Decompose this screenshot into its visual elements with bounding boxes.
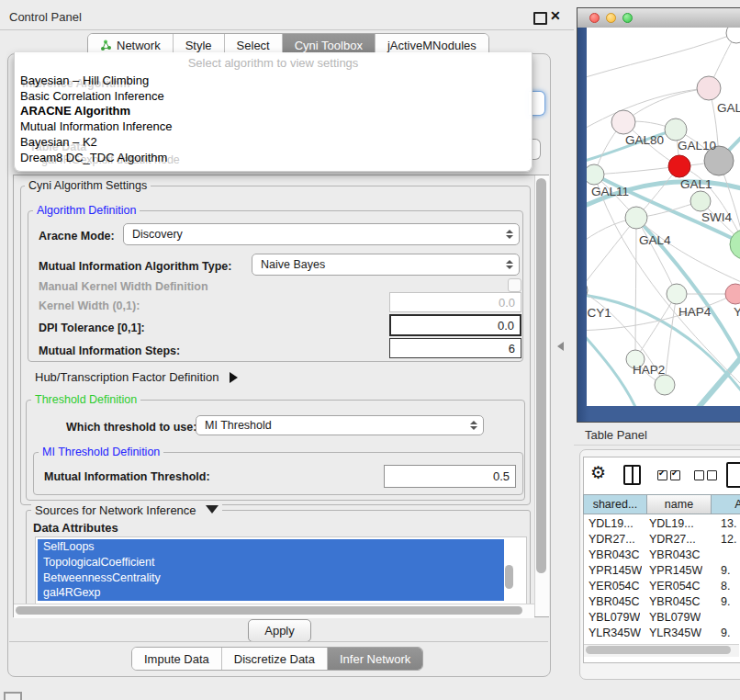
- table-cell: YDL19...: [589, 517, 633, 530]
- network-window-titlebar[interactable]: [577, 8, 740, 28]
- attribute-item[interactable]: BetweennessCentrality: [38, 570, 504, 586]
- gear-icon[interactable]: ⚙: [590, 462, 606, 483]
- hub-definition-label: Hub/Transcription Factor Definition: [35, 370, 219, 384]
- network-node-label: Y: [734, 305, 740, 319]
- settings-horizontal-scrollbar[interactable]: [16, 606, 522, 615]
- algorithm-option[interactable]: Dream8 DC_TDC Algorithm: [20, 151, 167, 164]
- table-row[interactable]: YER054CYER054C8.: [583, 580, 740, 595]
- network-node[interactable]: [655, 375, 675, 395]
- table-row[interactable]: YIL052CYIL052C9: [583, 642, 740, 643]
- attribute-list-scrollbar[interactable]: [505, 565, 513, 589]
- network-edge[interactable]: [623, 88, 709, 122]
- column-header-a[interactable]: A: [712, 494, 740, 514]
- tab-label: Infer Network: [340, 652, 410, 666]
- table-cell: YBL079W: [589, 611, 640, 624]
- dpi-tolerance-field[interactable]: 0.0: [389, 314, 521, 336]
- network-edge[interactable]: [587, 218, 636, 290]
- table-row[interactable]: YBR045CYBR045C9.: [583, 595, 740, 611]
- network-node[interactable]: [667, 284, 687, 304]
- table-cell: YDR27...: [649, 533, 696, 546]
- mi-steps-field[interactable]: 6: [389, 338, 521, 358]
- sources-toggle[interactable]: Sources for Network Inference: [31, 503, 222, 517]
- table-cell: YBR043C: [589, 548, 640, 561]
- table-cell: 9.: [721, 595, 730, 608]
- kernel-width-field[interactable]: 0.0: [389, 292, 521, 312]
- table-horizontal-scrollbar[interactable]: [586, 646, 731, 654]
- attribute-item[interactable]: SelfLoops: [38, 539, 504, 555]
- data-attributes-list[interactable]: SelfLoopsTopologicalCoefficientBetweenne…: [35, 536, 527, 604]
- apply-button[interactable]: Apply: [248, 619, 311, 642]
- network-canvas[interactable]: GAL7GAL80GAL10GAL1SWI4GAL11GAL4GCY1HAP4Y…: [587, 28, 740, 406]
- tab-impute-data[interactable]: Impute Data: [132, 648, 222, 670]
- network-node[interactable]: [665, 119, 687, 141]
- network-node[interactable]: [726, 28, 740, 43]
- tab-infer-network[interactable]: Infer Network: [328, 648, 422, 670]
- table-row[interactable]: YDL19...YDL19...13.: [583, 517, 740, 533]
- network-edge[interactable]: [587, 88, 709, 138]
- network-node[interactable]: [587, 280, 588, 300]
- float-window-icon[interactable]: [533, 12, 547, 25]
- network-node[interactable]: [668, 155, 690, 177]
- algorithm-option[interactable]: Bayesian – Hill Climbing: [20, 73, 149, 87]
- split-divider-arrow[interactable]: [557, 342, 564, 351]
- network-node[interactable]: [690, 191, 711, 211]
- algorithm-option[interactable]: ARACNE Algorithm: [20, 104, 130, 118]
- network-edge-highlighted[interactable]: [695, 344, 740, 406]
- network-edge[interactable]: [635, 218, 636, 359]
- show-columns-icon[interactable]: [657, 470, 683, 483]
- table-row[interactable]: YPR145WYPR145W9.: [583, 564, 740, 580]
- kernel-width-label: Kernel Width (0,1):: [39, 299, 140, 312]
- network-edge[interactable]: [594, 166, 679, 175]
- network-edge[interactable]: [636, 218, 740, 285]
- palette-icon[interactable]: [4, 692, 22, 700]
- table-row[interactable]: YBL079WYBL079W: [583, 611, 740, 627]
- network-node[interactable]: [697, 76, 721, 100]
- column-header-shared[interactable]: shared...: [583, 494, 647, 514]
- manual-kernel-width-checkbox[interactable]: [508, 278, 521, 292]
- network-node[interactable]: [625, 207, 647, 229]
- hide-columns-icon[interactable]: [694, 470, 720, 483]
- algorithm-option[interactable]: Basic Correlation Inference: [20, 89, 164, 103]
- network-node[interactable]: [611, 110, 635, 134]
- attribute-item[interactable]: TopologicalCoefficient: [38, 555, 504, 570]
- manual-kernel-width-label: Manual Kernel Width Definition: [39, 280, 208, 293]
- algorithm-option[interactable]: Mutual Information Inference: [20, 119, 172, 133]
- column-header-name[interactable]: name: [647, 494, 712, 514]
- mi-threshold-label: Mutual Information Threshold:: [44, 470, 210, 483]
- table-cell: YBR045C: [589, 595, 640, 608]
- network-node[interactable]: [725, 284, 740, 304]
- tab-label: Impute Data: [144, 652, 209, 666]
- mi-threshold-field[interactable]: 0.5: [384, 465, 516, 488]
- network-node-label: SWI4: [701, 210, 732, 224]
- network-node[interactable]: [587, 164, 604, 185]
- network-node-label: GAL1: [680, 177, 712, 191]
- hub-definition-toggle[interactable]: Hub/Transcription Factor Definition: [35, 370, 238, 384]
- table-cell: YER054C: [589, 580, 640, 593]
- split-columns-icon[interactable]: [623, 465, 641, 485]
- network-node-label: GCY1: [587, 306, 611, 320]
- chevron-down-icon: [206, 505, 219, 514]
- network-edge[interactable]: [587, 33, 736, 83]
- table-cell: YBR043C: [649, 548, 701, 561]
- settings-vertical-scrollbar[interactable]: [536, 178, 546, 573]
- close-icon[interactable]: ✕: [550, 8, 561, 23]
- aracne-mode-combo[interactable]: Discovery: [123, 223, 520, 245]
- network-graph[interactable]: GAL7GAL80GAL10GAL1SWI4GAL11GAL4GCY1HAP4Y…: [587, 28, 740, 406]
- minimize-traffic-light-icon[interactable]: [606, 13, 616, 23]
- which-threshold-combo[interactable]: MI Threshold: [196, 415, 484, 435]
- table-row[interactable]: YLR345WYLR345W9.: [583, 627, 740, 642]
- mi-algorithm-type-combo[interactable]: Naive Bayes: [252, 254, 520, 276]
- zoom-traffic-light-icon[interactable]: [622, 13, 633, 23]
- close-traffic-light-icon[interactable]: [589, 13, 600, 23]
- export-table-icon[interactable]: [726, 462, 740, 488]
- table-cell: YDL19...: [649, 517, 694, 530]
- table-body: YDL19...YDL19...13.YDR27...YDR27...12.YB…: [583, 515, 740, 643]
- divider: [9, 641, 548, 642]
- table-row[interactable]: YDR27...YDR27...12.: [583, 533, 740, 548]
- algorithm-option[interactable]: Bayesian – K2: [20, 135, 97, 149]
- table-row[interactable]: YBR043CYBR043C: [583, 548, 740, 564]
- network-node[interactable]: [730, 230, 740, 259]
- attribute-item[interactable]: gal4RGexp: [38, 585, 504, 601]
- tab-discretize-data[interactable]: Discretize Data: [222, 648, 328, 670]
- table-cell: YLR345W: [589, 627, 641, 639]
